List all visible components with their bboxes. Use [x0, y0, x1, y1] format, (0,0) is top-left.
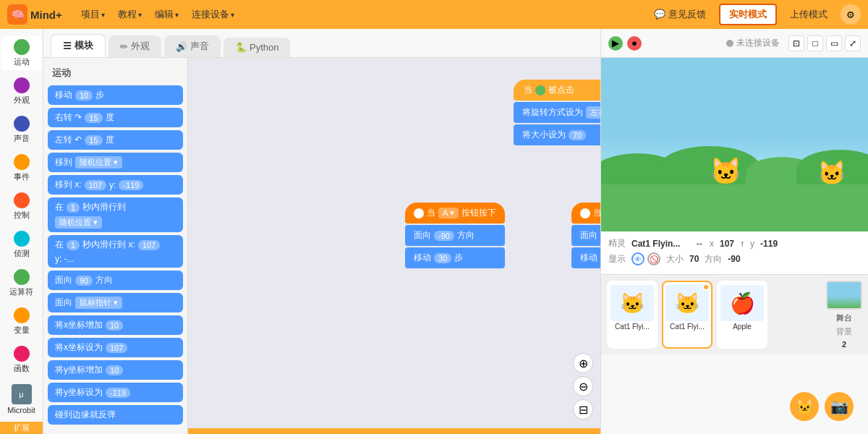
- code-group-btn-a[interactable]: 当 A ▾ 按钮按下 面向 -90 方向 移动 30 步: [405, 203, 505, 268]
- sidebar-item-control[interactable]: 控制: [1, 190, 42, 224]
- block-turn-left[interactable]: 左转 ↶ 15 度: [48, 130, 183, 150]
- tabs-bar: ☰ 模块 ✏ 外观 🔊 声音 🐍 Python: [43, 29, 600, 58]
- zoom-in-button[interactable]: ⊕: [573, 353, 593, 373]
- block-when-flag[interactable]: 当 被点击: [514, 80, 600, 101]
- code-group-flag[interactable]: 当 被点击 将旋转方式设为 左右翻转 ▾ 将大小设为 70: [514, 80, 600, 145]
- menu-tutorial[interactable]: 教程 ▾: [112, 5, 148, 24]
- menu-project[interactable]: 项目 ▾: [75, 5, 111, 24]
- topbar: 🧠 Mind+ 项目 ▾ 教程 ▾ 编辑 ▾ 连接设备 ▾ 💬 意见反馈 实时模…: [0, 0, 868, 29]
- control-dot: [14, 192, 30, 208]
- tab-sound[interactable]: 🔊 声音: [164, 35, 221, 57]
- sidebar-item-motion[interactable]: 运动: [1, 36, 42, 70]
- sidebar-item-variable[interactable]: 变量: [1, 305, 42, 339]
- feedback-button[interactable]: 💬 意见反馈: [647, 5, 713, 24]
- sidebar: 运动 外观 声音 事件 控制 侦测 运算符 变量: [0, 29, 43, 434]
- block-when-btn-b[interactable]: 当 B ▾ 按钮按下: [571, 203, 600, 224]
- variable-dot: [14, 307, 30, 323]
- add-background-button[interactable]: 📷: [825, 392, 854, 421]
- settings-icon[interactable]: ⚙: [841, 4, 861, 25]
- show-visible-button[interactable]: 👁: [631, 252, 644, 265]
- content-area: ☰ 模块 ✏ 外观 🔊 声音 🐍 Python 运动 移动 10 步: [43, 29, 600, 434]
- sidebar-item-func[interactable]: 函数: [1, 343, 42, 377]
- block-move-30-b[interactable]: 移动 30 步: [571, 247, 600, 268]
- sidebar-item-detect[interactable]: 侦测: [1, 228, 42, 262]
- block-face-mouse[interactable]: 面向 鼠标指针 ▾: [48, 293, 183, 312]
- block-set-y[interactable]: 将y坐标设为 -119: [48, 383, 183, 402]
- run-button[interactable]: ▶: [608, 36, 623, 51]
- show-hidden-button[interactable]: 🚫: [647, 252, 660, 265]
- stage-large-view-button[interactable]: ▭: [826, 35, 842, 51]
- stop-button[interactable]: ●: [627, 36, 642, 51]
- stage-fullscreen-button[interactable]: ⤢: [845, 35, 861, 51]
- sidebar-item-event[interactable]: 事件: [1, 151, 42, 185]
- stage-cat-1: 🐱: [710, 156, 742, 187]
- sound-tab-icon: 🔊: [176, 41, 187, 52]
- logo-icon: 🧠: [7, 4, 27, 25]
- stage-canvas: 🐱 🐱: [601, 58, 868, 231]
- realtime-mode-button[interactable]: 实时模式: [719, 4, 777, 25]
- bottom-actions: 🐱 📷: [783, 386, 861, 427]
- chevron-down-icon: ▾: [101, 11, 105, 19]
- stage-small-view-button[interactable]: ⊡: [788, 35, 804, 51]
- block-face-direction[interactable]: 面向 90 方向: [48, 271, 183, 290]
- stage-cat-2: 🐱: [817, 159, 846, 187]
- tab-blocks[interactable]: ☰ 模块: [51, 34, 106, 57]
- block-set-x[interactable]: 将x坐标设为 107: [48, 338, 183, 357]
- sprite-card-1[interactable]: 🐱 Cat1 Flyi...: [662, 281, 712, 349]
- block-set-size[interactable]: 将大小设为 70: [514, 124, 600, 145]
- direction-label: 方向: [705, 253, 722, 265]
- block-face-neg90[interactable]: 面向 -90 方向: [405, 225, 505, 246]
- canvas-area[interactable]: 当 被点击 将旋转方式设为 左右翻转 ▾ 将大小设为 70 当 A ▾ 按钮按下: [188, 58, 600, 434]
- sidebar-item-look[interactable]: 外观: [1, 75, 42, 109]
- block-set-rotation[interactable]: 将旋转方式设为 左右翻转 ▾: [514, 102, 600, 123]
- block-goto-random[interactable]: 移到 随机位置 ▾: [48, 153, 183, 172]
- func-dot: [14, 346, 30, 362]
- operator-dot: [14, 269, 30, 285]
- sound-dot: [14, 116, 30, 132]
- block-move[interactable]: 移动 10 步: [48, 85, 183, 105]
- zoom-controls: ⊕ ⊖ ⊟: [573, 353, 593, 420]
- python-tab-icon: 🐍: [235, 42, 247, 53]
- stage-mini-thumbnail[interactable]: [826, 281, 862, 310]
- block-add-y[interactable]: 将y坐标增加 10: [48, 360, 183, 380]
- block-goto-xy[interactable]: 移到 x: 107 y: -119: [48, 175, 183, 195]
- sprite-info-row-2: 显示 👁 🚫 大小 70 方向 -90: [608, 252, 861, 265]
- tab-python[interactable]: 🐍 Python: [224, 38, 290, 57]
- zoom-reset-button[interactable]: ⊟: [573, 399, 593, 420]
- menu-edit[interactable]: 编辑 ▾: [149, 5, 184, 24]
- topbar-right: 💬 意见反馈 实时模式 上传模式 ⚙: [647, 4, 861, 25]
- sprite-selected-badge: [702, 284, 710, 291]
- detect-dot: [14, 231, 30, 247]
- block-add-x[interactable]: 将x坐标增加 10: [48, 315, 183, 335]
- look-dot: [14, 77, 30, 93]
- block-face-pos90[interactable]: 面向 90 方向: [571, 225, 600, 246]
- sprite-card-2[interactable]: 🍎 Apple: [717, 281, 767, 349]
- menu-connect[interactable]: 连接设备 ▾: [186, 5, 240, 24]
- block-glide-random[interactable]: 在 1 秒内滑行到 随机位置 ▾: [48, 197, 183, 232]
- sidebar-item-sound[interactable]: 声音: [1, 113, 42, 147]
- blocks-section-title: 运动: [48, 64, 183, 82]
- block-turn-right[interactable]: 右转 ↷ 15 度: [48, 108, 183, 127]
- block-move-30-a[interactable]: 移动 30 步: [405, 247, 505, 268]
- direction-value: -90: [728, 254, 740, 264]
- upload-mode-button[interactable]: 上传模式: [783, 5, 835, 24]
- add-sprite-button[interactable]: 🐱: [790, 392, 819, 421]
- device-status-label: 未连接设备: [736, 37, 780, 49]
- sidebar-item-operator[interactable]: 运算符: [1, 266, 42, 300]
- sidebar-item-microbit[interactable]: μ Microbit: [1, 381, 42, 417]
- sprite-card-0[interactable]: 🐱 Cat1 Flyi...: [607, 281, 658, 349]
- tab-appearance[interactable]: ✏ 外观: [109, 35, 161, 57]
- stage-normal-view-button[interactable]: □: [807, 35, 823, 51]
- block-bounce[interactable]: 碰到边缘就反弹: [48, 405, 183, 425]
- stage-panel: ▶ ● 未连接设备 ⊡ □ ▭ ⤢: [600, 29, 868, 434]
- y-label: y: [750, 239, 754, 249]
- chevron-down-icon: ▾: [231, 11, 234, 19]
- block-when-btn-a[interactable]: 当 A ▾ 按钮按下: [405, 203, 505, 224]
- code-group-btn-b[interactable]: 当 B ▾ 按钮按下 面向 90 方向 移动 30 步: [571, 203, 600, 268]
- device-status-dot: [726, 40, 733, 47]
- expand-button[interactable]: 扩展: [0, 422, 43, 434]
- zoom-out-button[interactable]: ⊖: [573, 376, 593, 396]
- block-glide-xy[interactable]: 在 1 秒内滑行到 x: 107 y: -...: [48, 235, 183, 268]
- stage-mini-label: 舞台: [836, 312, 852, 323]
- x-value: 107: [720, 239, 734, 249]
